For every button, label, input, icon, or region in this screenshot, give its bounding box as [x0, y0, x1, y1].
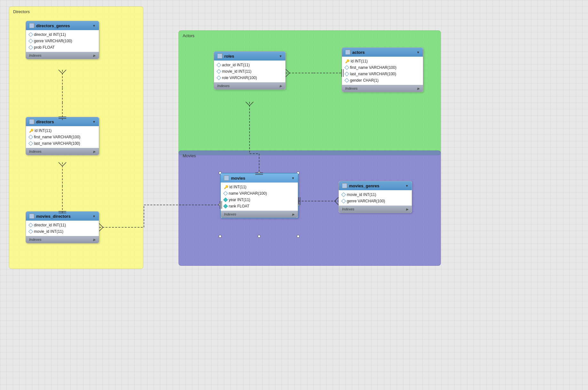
indexes-label: Indexes	[29, 150, 42, 153]
table-indexes[interactable]: Indexes ▶	[26, 52, 99, 59]
field-icon-diamond	[217, 63, 221, 67]
indexes-arrow-icon: ▶	[93, 238, 96, 241]
selection-handle-br[interactable]	[297, 235, 299, 238]
table-row: year INT(11)	[221, 197, 298, 203]
table-row: role VARCHAR(100)	[214, 75, 285, 81]
field-icon-diamond	[217, 76, 221, 80]
indexes-arrow-icon: ▶	[406, 207, 409, 211]
table-name: roles	[224, 54, 277, 59]
header-arrow-icon: ▼	[92, 24, 96, 28]
movies-table-container: movies ▼ 🔑 id INT(11) name VARCHAR(100) …	[220, 173, 298, 218]
table-body: director_id INT(11) genre VARCHAR(100) p…	[26, 30, 99, 52]
selection-handle-bl[interactable]	[219, 235, 221, 238]
group-directors-label: Directors	[13, 9, 30, 14]
table-name: movies	[231, 176, 290, 181]
table-row: last_name VARCHAR(100)	[26, 140, 99, 147]
table-name: movies_genres	[349, 183, 403, 188]
table-body: 🔑 id INT(11) first_name VARCHAR(100) las…	[26, 126, 99, 148]
field-icon-diamond	[345, 72, 349, 76]
table-movies-header[interactable]: movies ▼	[221, 174, 298, 183]
group-actors-label: Actors	[183, 33, 195, 38]
indexes-arrow-icon: ▶	[292, 213, 295, 216]
table-row: movie_id INT(11)	[339, 191, 412, 198]
header-arrow-icon: ▼	[279, 54, 282, 58]
table-icon	[345, 50, 350, 55]
table-row: movie_id INT(11)	[26, 228, 99, 235]
field-icon-diamond	[223, 191, 228, 196]
table-indexes[interactable]: Indexes ▶	[214, 82, 285, 89]
field-icon-diamond	[28, 45, 33, 50]
indexes-label: Indexes	[29, 238, 42, 241]
table-directors-genres-header[interactable]: directors_genres ▼	[26, 21, 99, 30]
table-movies-directors-header[interactable]: movies_directors ▼	[26, 212, 99, 221]
header-arrow-icon: ▼	[405, 184, 409, 188]
field-icon-key: 🔑	[224, 185, 228, 189]
field-icon-teal	[223, 198, 228, 202]
table-row: director_id INT(11)	[26, 31, 99, 38]
indexes-label: Indexes	[217, 84, 230, 88]
selection-handle-bc[interactable]	[258, 235, 260, 238]
table-icon	[29, 119, 34, 124]
table-row: name VARCHAR(100)	[221, 190, 298, 197]
table-name: actors	[352, 50, 415, 55]
header-arrow-icon: ▼	[92, 215, 96, 218]
group-movies-label: Movies	[183, 153, 196, 158]
field-icon-diamond	[28, 141, 33, 146]
field-icon-diamond	[341, 199, 346, 203]
indexes-arrow-icon: ▶	[417, 87, 420, 90]
field-icon-key: 🔑	[345, 59, 349, 63]
field-icon-diamond	[28, 32, 33, 37]
table-directors[interactable]: directors ▼ 🔑 id INT(11) first_name VARC…	[26, 117, 99, 155]
table-roles[interactable]: roles ▼ actor_id INT(11) movie_id INT(11…	[214, 51, 286, 90]
table-icon	[217, 53, 222, 59]
table-body: director_id INT(11) movie_id INT(11)	[26, 221, 99, 236]
table-movies[interactable]: movies ▼ 🔑 id INT(11) name VARCHAR(100) …	[220, 173, 298, 218]
field-icon-diamond	[217, 69, 221, 74]
table-name: directors	[36, 119, 91, 124]
table-indexes[interactable]: Indexes ▶	[339, 206, 412, 213]
indexes-label: Indexes	[342, 207, 354, 211]
table-directors-genres[interactable]: directors_genres ▼ director_id INT(11) g…	[26, 21, 99, 59]
indexes-arrow-icon: ▶	[93, 54, 96, 57]
table-roles-header[interactable]: roles ▼	[214, 52, 285, 61]
table-row: movie_id INT(11)	[214, 68, 285, 75]
table-movies-genres-header[interactable]: movies_genres ▼	[339, 181, 412, 190]
header-arrow-icon: ▼	[92, 120, 96, 124]
table-icon	[29, 214, 34, 219]
table-indexes[interactable]: Indexes ▶	[26, 148, 99, 155]
table-row: genre VARCHAR(100)	[26, 38, 99, 44]
table-row: 🔑 id INT(11)	[342, 58, 423, 64]
table-indexes[interactable]: Indexes ▶	[342, 85, 423, 92]
table-indexes[interactable]: Indexes ▶	[26, 236, 99, 243]
table-indexes[interactable]: Indexes ▶	[221, 211, 298, 218]
table-name: movies_directors	[36, 214, 91, 219]
table-row: 🔑 id INT(11)	[221, 184, 298, 190]
table-movies-directors[interactable]: movies_directors ▼ director_id INT(11) m…	[26, 211, 99, 243]
table-directors-header[interactable]: directors ▼	[26, 117, 99, 126]
indexes-label: Indexes	[224, 212, 236, 216]
header-arrow-icon: ▼	[417, 51, 420, 54]
table-row: rank FLOAT	[221, 203, 298, 209]
table-body: 🔑 id INT(11) name VARCHAR(100) year INT(…	[221, 183, 298, 211]
table-icon	[224, 175, 229, 181]
table-movies-genres[interactable]: movies_genres ▼ movie_id INT(11) genre V…	[338, 181, 412, 213]
indexes-arrow-icon: ▶	[93, 150, 96, 153]
table-row: genre VARCHAR(100)	[339, 198, 412, 204]
field-icon-teal	[223, 204, 228, 208]
indexes-label: Indexes	[29, 53, 42, 57]
table-body: actor_id INT(11) movie_id INT(11) role V…	[214, 61, 285, 82]
table-body: movie_id INT(11) genre VARCHAR(100)	[339, 190, 412, 206]
table-name: directors_genres	[36, 23, 91, 28]
table-icon	[342, 183, 347, 188]
indexes-label: Indexes	[345, 86, 358, 90]
table-row: prob FLOAT	[26, 44, 99, 51]
table-body: 🔑 id INT(11) first_name VARCHAR(100) las…	[342, 57, 423, 85]
table-row: first_name VARCHAR(100)	[26, 134, 99, 140]
field-icon-diamond	[345, 65, 349, 70]
table-actors[interactable]: actors ▼ 🔑 id INT(11) first_name VARCHAR…	[342, 47, 423, 92]
field-icon-diamond	[28, 135, 33, 139]
table-actors-header[interactable]: actors ▼	[342, 48, 423, 57]
table-row: director_id INT(11)	[26, 222, 99, 228]
field-icon-diamond	[341, 192, 346, 197]
field-icon-diamond	[28, 39, 33, 43]
